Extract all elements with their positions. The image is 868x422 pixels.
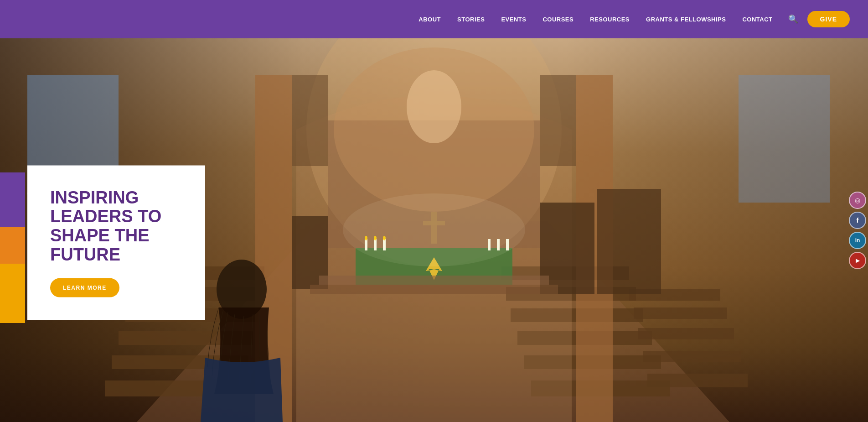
linkedin-button[interactable]: in: [849, 232, 866, 249]
left-decorative-bars: [0, 172, 25, 323]
nav-about[interactable]: ABOUT: [412, 12, 447, 26]
svg-rect-16: [643, 351, 741, 362]
youtube-icon: ▶: [856, 257, 860, 264]
give-button[interactable]: GIVE: [807, 11, 850, 27]
hero-section: INSPIRING LEADERS TO SHAPE THE FUTURE LE…: [0, 38, 868, 422]
nav-links: ABOUT STORIES EVENTS COURSES RESOURCES G…: [412, 12, 779, 26]
nav-resources[interactable]: RESOURCES: [584, 12, 636, 26]
svg-rect-49: [310, 285, 558, 294]
svg-rect-17: [647, 374, 748, 387]
youtube-button[interactable]: ▶: [849, 252, 866, 269]
nav-contact[interactable]: CONTACT: [736, 12, 779, 26]
facebook-button[interactable]: f: [849, 212, 866, 229]
hero-headline: INSPIRING LEADERS TO SHAPE THE FUTURE: [50, 188, 187, 264]
hero-card: INSPIRING LEADERS TO SHAPE THE FUTURE LE…: [27, 165, 205, 320]
linkedin-icon: in: [855, 237, 860, 244]
instagram-icon: ◎: [855, 197, 860, 204]
svg-rect-14: [634, 307, 727, 319]
svg-rect-42: [292, 75, 328, 166]
svg-rect-15: [638, 328, 734, 339]
instagram-button[interactable]: ◎: [849, 192, 866, 209]
nav-grants[interactable]: GRANTS & FELLOWSHIPS: [640, 12, 732, 26]
nav-events[interactable]: EVENTS: [495, 12, 532, 26]
social-icons-panel: ◎ f in ▶: [849, 192, 868, 269]
svg-point-25: [407, 70, 461, 143]
svg-point-50: [343, 193, 525, 266]
bar-purple: [0, 172, 25, 227]
navbar: ABOUT STORIES EVENTS COURSES RESOURCES G…: [0, 0, 868, 38]
svg-rect-43: [540, 75, 576, 166]
bar-orange: [0, 227, 25, 264]
svg-rect-48: [319, 276, 549, 285]
nav-stories[interactable]: STORIES: [451, 12, 491, 26]
search-button[interactable]: 🔍: [784, 10, 803, 28]
svg-rect-30: [739, 75, 830, 203]
facebook-icon: f: [857, 216, 859, 224]
nav-courses[interactable]: COURSES: [536, 12, 580, 26]
svg-rect-47: [597, 189, 661, 294]
learn-more-button[interactable]: LEARN MORE: [50, 278, 119, 297]
bar-yellow: [0, 264, 25, 323]
search-icon: 🔍: [788, 15, 798, 24]
